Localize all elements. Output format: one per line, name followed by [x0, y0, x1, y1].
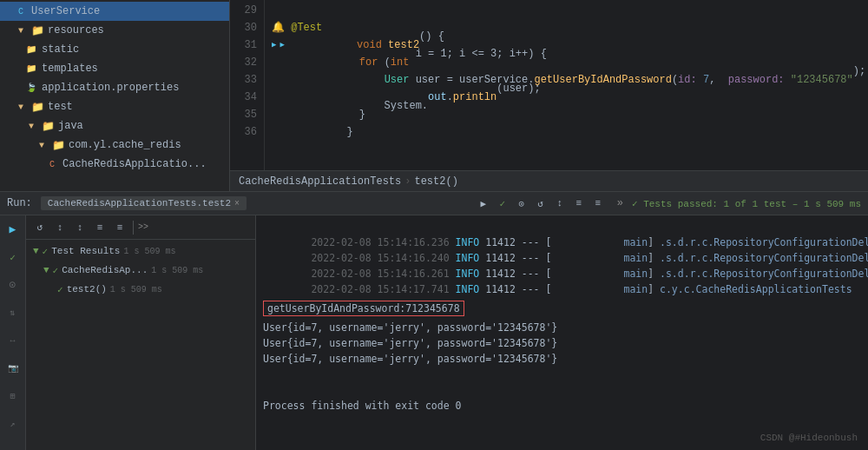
tree-item-cacheapp[interactable]: C CacheRedisApplicatio...	[0, 155, 229, 174]
folder-icon: ▼	[35, 138, 49, 152]
line-numbers: 29 30 31 32 33 34 35 36	[230, 0, 265, 170]
tree-item-static[interactable]: 📁 static	[0, 40, 229, 59]
test-results-root[interactable]: ▼ ✓ Test Results 1 s 509 ms	[30, 242, 252, 261]
tree-item-userservice[interactable]: C UserService	[0, 2, 229, 21]
top-section: C UserService ▼ 📁 resources 📁 static 📁 t…	[0, 0, 868, 191]
test-results-panel: ↺ ↕ ↕ ≡ ≡ >> ▼ ✓ Test Results 1 s 509 ms…	[26, 215, 256, 450]
code-line-29	[272, 2, 868, 19]
run-tab[interactable]: CacheRedisApplicationTests.test2 ×	[41, 196, 247, 210]
test-sort2-btn[interactable]: ↕	[71, 219, 89, 236]
collapse-button[interactable]: ≡	[589, 195, 607, 212]
sidebar-arrow-icon[interactable]: ↗	[3, 414, 23, 434]
tree-item-test[interactable]: ▼ 📁 test	[0, 97, 229, 116]
test-suite-item[interactable]: ▼ ✓ CacheRedisAp... 1 s 509 ms	[30, 261, 252, 280]
test-method-item[interactable]: ✓ test2() 1 s 509 ms	[30, 280, 252, 299]
rerun-button[interactable]: ↺	[532, 195, 549, 212]
run-bar: Run: CacheRedisApplicationTests.test2 × …	[0, 191, 868, 215]
breadcrumb-sep: ›	[404, 175, 411, 188]
sidebar-expand-icon[interactable]: ↔	[3, 330, 23, 351]
sidebar-check-icon[interactable]: ✓	[3, 247, 23, 268]
folder-icon: 📁	[24, 62, 38, 76]
tab-close-icon[interactable]: ×	[234, 199, 240, 208]
class-icon: C	[45, 157, 59, 171]
left-sidebar: ▶ ✓ ⊙ ⇅ ↔ 📷 ⊞ ↗	[0, 215, 26, 450]
code-editor: 29 30 31 32 33 34 35 36 🔔 @Test ▶ ▶	[230, 0, 868, 191]
tree-item-templates[interactable]: 📁 templates	[0, 59, 229, 78]
folder-icon: 📁	[24, 43, 38, 56]
test-toolbar: ↺ ↕ ↕ ≡ ≡ >>	[26, 215, 255, 240]
toolbar-sep	[133, 221, 134, 235]
highlight-box: getUserByIdAndPassword:712345678	[263, 301, 464, 316]
sidebar-grid-icon[interactable]: ⊞	[3, 386, 23, 407]
tree-item-java[interactable]: ▼ 📁 java	[0, 116, 229, 136]
folder-icon: ▼	[14, 100, 28, 114]
tree-item-appprops[interactable]: 🍃 application.properties	[0, 78, 229, 97]
output-line-1: User{id=7, username='jerry', password='1…	[263, 320, 861, 335]
tree-item-resources[interactable]: ▼ 📁 resources	[0, 21, 229, 40]
service-icon: C	[14, 4, 28, 18]
code-line-30: 🔔 @Test	[272, 19, 868, 36]
folder-icon: ▼	[24, 119, 38, 133]
code-lines: 🔔 @Test ▶ ▶ void test2() { for (int i = …	[265, 0, 868, 170]
file-tree: C UserService ▼ 📁 resources 📁 static 📁 t…	[0, 0, 230, 191]
props-icon: 🍃	[24, 81, 38, 95]
check-button[interactable]: ✓	[494, 195, 511, 212]
code-content: 29 30 31 32 33 34 35 36 🔔 @Test ▶ ▶	[230, 0, 868, 170]
code-line-35: }	[272, 106, 868, 123]
breadcrumb: CacheRedisApplicationTests › test2()	[230, 170, 868, 191]
sidebar-debug-icon[interactable]: ⊙	[3, 275, 23, 295]
test-rerun-btn[interactable]: ↺	[31, 219, 49, 236]
test-list-btn[interactable]: ≡	[91, 219, 108, 236]
tree-item-package[interactable]: ▼ 📁 com.yl.cache_redis	[0, 136, 229, 155]
expand-button[interactable]: ≡	[570, 195, 588, 212]
console-output: 2022-02-08 15:14:16.236 INFO 11412 --- […	[256, 215, 868, 417]
bottom-section: ▶ ✓ ⊙ ⇅ ↔ 📷 ⊞ ↗ ↺ ↕ ↕ ≡ ≡ >> ▼ ✓ Test	[0, 215, 868, 450]
watermark: CSDN @#Hideonbush	[760, 433, 858, 443]
sidebar-sort-icon[interactable]: ⇅	[3, 302, 23, 323]
highlight-line: getUserByIdAndPassword:712345678	[263, 299, 861, 318]
console-panel: 2022-02-08 15:14:16.236 INFO 11412 --- […	[256, 215, 868, 450]
output-blank	[263, 367, 861, 382]
process-footer: Process finished with exit code 0	[263, 398, 861, 414]
log-line-1: 2022-02-08 15:14:16.236 INFO 11412 --- […	[263, 219, 861, 235]
stop-button[interactable]: ⊙	[513, 195, 530, 212]
output-blank2	[263, 382, 861, 398]
output-line-3: User{id=7, username='jerry', password='1…	[263, 351, 861, 367]
pass-badge: ✓ Tests passed: 1 of 1 test – 1 s 509 ms	[632, 198, 861, 209]
test-tree: ▼ ✓ Test Results 1 s 509 ms ▼ ✓ CacheRed…	[26, 240, 255, 450]
test-sort-btn[interactable]: ↕	[51, 219, 69, 236]
sort-asc-button[interactable]: ↕	[551, 195, 569, 212]
sidebar-camera-icon[interactable]: 📷	[3, 358, 23, 379]
test-list2-btn[interactable]: ≡	[111, 219, 128, 236]
run-label: Run:	[7, 197, 32, 209]
run-controls: ▶ ✓ ⊙ ↺ ↕ ≡ ≡ » ✓ Tests passed: 1 of 1 t…	[475, 195, 861, 212]
code-line-31: ▶ ▶ void test2() {	[272, 36, 868, 54]
output-line-2: User{id=7, username='jerry', password='1…	[263, 335, 861, 351]
sidebar-run-icon[interactable]: ▶	[3, 219, 23, 240]
play-button[interactable]: ▶	[475, 195, 492, 212]
folder-icon: ▼	[14, 23, 28, 37]
